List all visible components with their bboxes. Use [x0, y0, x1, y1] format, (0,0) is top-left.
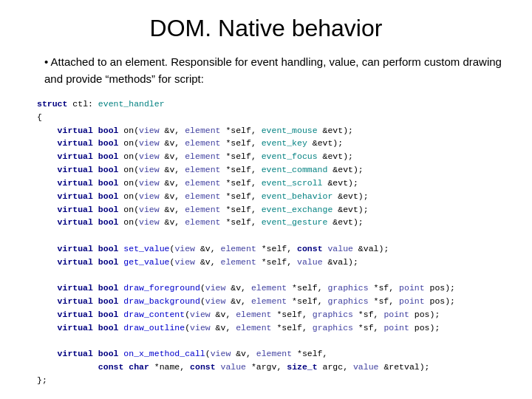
page-title: DOM. Native behavior — [30, 15, 502, 42]
bullet-text: Attached to an element. Responsible for … — [44, 55, 502, 85]
bullet-point: • Attached to an element. Responsible fo… — [44, 54, 502, 87]
code-block: struct ctl: event_handler { virtual bool… — [37, 98, 502, 387]
